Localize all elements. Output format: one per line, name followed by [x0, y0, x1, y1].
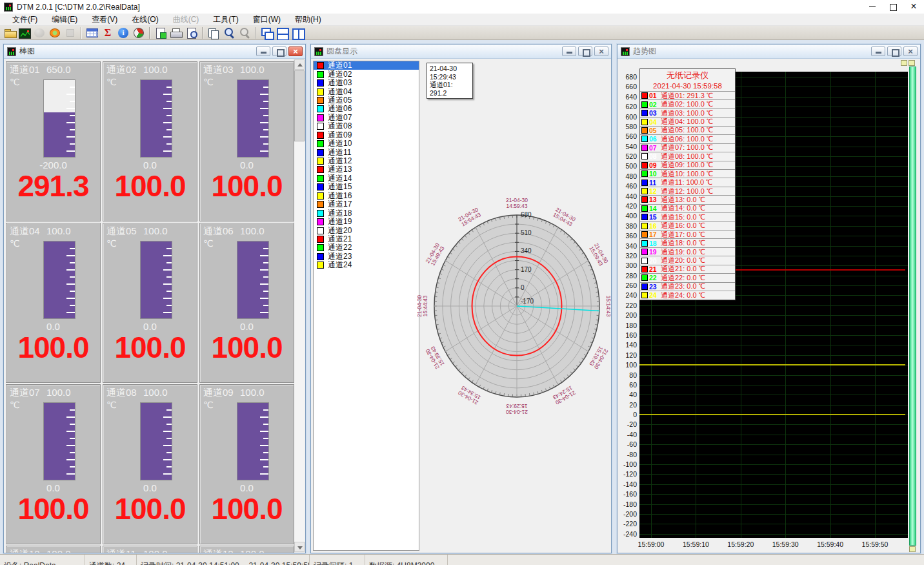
channel-name: 通道09	[203, 387, 238, 399]
disk-window-titlebar[interactable]: 圆盘显示	[311, 45, 611, 59]
vertical-scrollbar[interactable]	[294, 59, 305, 552]
legend-row: 17通道17: 0.0 ℃	[640, 230, 735, 238]
gridline	[639, 355, 908, 356]
realtime-display-icon[interactable]	[19, 28, 31, 39]
channel-color-swatch	[317, 105, 324, 112]
tick-mark	[70, 291, 75, 292]
gridline	[639, 345, 908, 345]
statistics-icon[interactable]	[101, 26, 115, 39]
channel-color-swatch	[641, 196, 648, 203]
gridline	[639, 464, 908, 465]
trend-scroll-button[interactable]	[909, 60, 915, 66]
window-minimize-button[interactable]	[256, 46, 270, 56]
status-text: 记录时间: 21-04-30 14:51:00 -- 21-04-30 15:5…	[141, 561, 310, 565]
scale-max: 100.0	[46, 225, 71, 236]
radial-axis-label: 170	[521, 266, 532, 273]
trend-window-titlebar[interactable]: 趋势图	[618, 45, 920, 59]
channel-color-swatch	[317, 97, 324, 104]
bar-gauge-cell: 通道04100.0℃0.0100.0	[6, 223, 101, 383]
scrollbar-thumb[interactable]	[294, 70, 305, 141]
window-minimize-button[interactable]	[871, 46, 885, 56]
zoom-out-icon	[237, 26, 252, 39]
tile-horizontal-icon[interactable]	[275, 26, 289, 39]
y-axis-label: -80	[618, 451, 637, 458]
channel-list-item[interactable]: 通道24	[314, 261, 419, 269]
print-preview-icon[interactable]	[185, 26, 199, 39]
status-text: 记录间隔: 1	[314, 561, 353, 565]
close-button[interactable]	[903, 0, 924, 14]
menu-item[interactable]: 帮助(H)	[288, 13, 328, 26]
bar-window-titlebar[interactable]: 棒图	[4, 45, 305, 59]
data-tooltip: 21-04-30 15:29:43 通道01: 291.2	[427, 63, 473, 99]
minimize-button[interactable]	[862, 0, 883, 14]
tick-mark	[166, 115, 172, 116]
print-icon[interactable]	[169, 26, 183, 39]
status-text: 通道数: 24	[89, 561, 125, 565]
y-axis-label: 20	[618, 401, 637, 409]
channel-color-swatch	[641, 231, 648, 238]
menu-item[interactable]: 编辑(E)	[45, 13, 85, 26]
unit-label: ℃	[203, 400, 214, 410]
tick-mark	[260, 283, 268, 285]
trend-window-body: 无纸记录仪 2021-04-30 15:59:58 01通道01: 291.3 …	[618, 59, 920, 553]
menu-item[interactable]: 工具(T)	[206, 13, 245, 26]
window-restore-button[interactable]	[887, 46, 901, 56]
channel-number: 11	[648, 179, 661, 187]
info-icon[interactable]	[116, 26, 130, 39]
tick-mark	[163, 122, 172, 123]
pie-chart-icon[interactable]	[132, 26, 146, 39]
window-close-button[interactable]	[903, 46, 918, 56]
tile-vertical-icon[interactable]	[290, 26, 305, 39]
legend-row: 03通道03: 100.0 ℃	[640, 108, 735, 117]
copy-icon[interactable]	[206, 26, 221, 39]
gridline	[639, 335, 908, 336]
tick-mark	[66, 416, 75, 418]
window-restore-button[interactable]	[272, 46, 286, 56]
open-file-icon[interactable]	[3, 26, 17, 39]
legend-row: 10通道10: 100.0 ℃	[640, 169, 735, 178]
scroll-down-button[interactable]	[294, 542, 305, 552]
window-restore-button[interactable]	[578, 46, 592, 56]
gridline	[741, 72, 741, 538]
cascade-windows-icon[interactable]	[259, 26, 274, 39]
menu-item[interactable]: 文件(F)	[5, 13, 45, 26]
tick-mark	[166, 466, 172, 467]
tick-mark	[66, 459, 75, 460]
tick-mark	[66, 312, 75, 313]
trend-vertical-scrollbar[interactable]	[909, 67, 916, 546]
window-minimize-button[interactable]	[562, 46, 576, 56]
maximize-button[interactable]	[883, 0, 903, 14]
channel-number: 22	[648, 274, 661, 282]
unit-label: ℃	[106, 400, 117, 410]
bar-fill	[237, 241, 268, 318]
menu-item[interactable]: 窗口(W)	[246, 13, 288, 26]
window-close-button[interactable]	[288, 46, 303, 56]
menu-item[interactable]: 查看(V)	[85, 13, 125, 26]
pause-icon	[63, 26, 77, 39]
tick-mark	[260, 150, 268, 152]
unit-label: ℃	[10, 238, 20, 249]
scroll-up-button[interactable]	[294, 59, 305, 70]
export-icon[interactable]	[154, 26, 168, 39]
menu-item[interactable]: 在线(O)	[125, 13, 165, 26]
y-axis-label: 500	[618, 162, 637, 170]
bar-gauge-cell: 通道09100.0℃0.0100.0	[199, 384, 294, 544]
data-table-icon[interactable]	[85, 26, 99, 39]
bar-gauge	[43, 241, 75, 319]
tick-mark	[263, 129, 268, 130]
trend-scroll-button[interactable]	[909, 546, 916, 552]
zoom-icon[interactable]	[222, 26, 236, 39]
radial-axis-label: 680	[521, 211, 532, 218]
bar-gauge-cell: 通道01650.0℃-200.0291.3	[6, 61, 101, 221]
bar-gauge	[140, 241, 172, 319]
tick-mark	[260, 108, 268, 109]
y-axis-label: 480	[618, 172, 637, 180]
gridline	[639, 504, 908, 505]
channel-number: 06	[648, 135, 661, 143]
y-axis-label: 140	[618, 341, 637, 349]
channel-name: 通道06	[203, 225, 238, 238]
tick-mark	[66, 283, 75, 285]
record-icon[interactable]	[48, 26, 62, 39]
trend-scroll-button[interactable]	[901, 60, 907, 66]
window-close-button[interactable]	[594, 46, 608, 56]
